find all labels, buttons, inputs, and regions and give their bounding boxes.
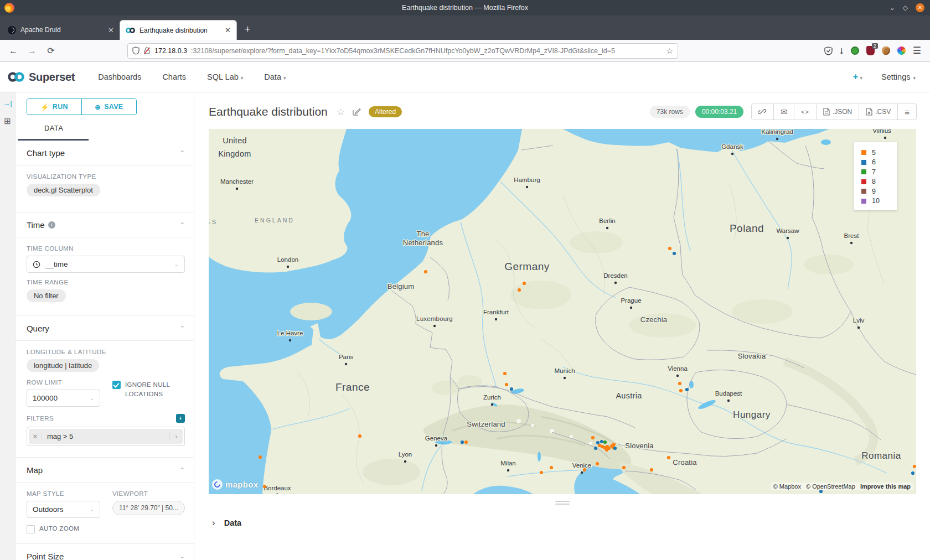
run-button[interactable]: ⚡RUN	[27, 99, 82, 115]
earthquake-point[interactable]	[510, 387, 513, 391]
filter-chip[interactable]: ✕ mag > 5 ›	[29, 429, 183, 444]
legend-item[interactable]: 8	[861, 177, 897, 187]
section-point-size[interactable]: Point Size⌄	[27, 544, 185, 560]
nav-dashboards[interactable]: Dashboards	[98, 72, 141, 81]
earthquake-point[interactable]	[600, 440, 603, 443]
earthquake-point[interactable]	[464, 440, 468, 444]
email-button[interactable]: ✉	[773, 104, 794, 120]
earthquake-point[interactable]	[591, 436, 595, 439]
earthquake-point[interactable]	[685, 388, 689, 391]
time-column-select[interactable]: __time ⌄	[27, 256, 185, 273]
settings-menu[interactable]: Settings▾	[881, 72, 916, 81]
earthquake-point[interactable]	[650, 468, 653, 471]
section-map[interactable]: Map⌃	[27, 458, 185, 482]
attribution-improve-link[interactable]: Improve this map	[860, 483, 911, 490]
legend-item[interactable]: 9	[861, 186, 897, 196]
legend-item[interactable]: 10	[861, 196, 897, 206]
earthquake-point[interactable]	[550, 466, 553, 469]
earthquake-point[interactable]	[605, 448, 608, 452]
new-tab-button[interactable]: +	[245, 24, 251, 35]
pocket-shield-icon[interactable]	[824, 46, 833, 55]
legend-item[interactable]: 7	[861, 167, 897, 177]
earthquake-point[interactable]	[505, 383, 508, 386]
time-range-value[interactable]: No filter	[27, 289, 66, 302]
legend-item[interactable]: 6	[861, 158, 897, 168]
mapbox-logo[interactable]: mapbox	[212, 479, 258, 490]
tab-earthquake-distribution[interactable]: Earthquake distribution ✕	[120, 20, 237, 40]
earthquake-point[interactable]	[667, 456, 670, 459]
earthquake-point[interactable]	[518, 288, 521, 292]
export-json-button[interactable]: .JSON	[816, 104, 859, 120]
reload-button[interactable]: ⟳	[43, 45, 59, 56]
ublock-icon[interactable]: 2	[866, 46, 875, 55]
viewport-value[interactable]: 11° 28' 29.70" | 50...	[112, 501, 185, 515]
downloads-icon[interactable]: ⭣	[840, 46, 844, 56]
earthquake-point[interactable]	[424, 270, 427, 273]
earthquake-point[interactable]	[673, 252, 676, 255]
earthquake-point[interactable]	[596, 462, 599, 465]
superset-logo[interactable]: Superset	[7, 71, 75, 84]
favorite-star-icon[interactable]: ☆	[337, 106, 345, 118]
copy-link-button[interactable]	[752, 104, 773, 120]
earthquake-point[interactable]	[678, 382, 681, 385]
earthquake-point[interactable]	[540, 471, 543, 474]
section-query[interactable]: Query⌃	[27, 316, 185, 340]
viz-type-value[interactable]: deck.gl Scatterplot	[27, 184, 100, 196]
insecure-lock-icon[interactable]	[143, 46, 151, 55]
auto-zoom-checkbox[interactable]	[27, 525, 35, 533]
datasource-grid-icon[interactable]: ⊞	[4, 116, 11, 126]
earthquake-point[interactable]	[603, 440, 607, 444]
section-time[interactable]: Timei ⌃	[27, 212, 185, 237]
forward-button[interactable]: →	[24, 46, 40, 56]
pinwheel-extension-icon[interactable]	[897, 46, 906, 55]
chart-menu-button[interactable]: ≡	[897, 104, 916, 120]
earthquake-point[interactable]	[668, 247, 671, 250]
remove-filter-icon[interactable]: ✕	[29, 433, 42, 440]
add-new-button[interactable]: +▾	[853, 71, 862, 82]
earthquake-point[interactable]	[583, 468, 586, 471]
window-close-icon[interactable]: ✕	[916, 3, 924, 12]
extension-green-icon[interactable]	[851, 46, 859, 55]
edit-properties-icon[interactable]	[352, 107, 361, 116]
tracking-shield-icon[interactable]	[132, 46, 140, 55]
url-bar[interactable]: 172.18.0.3:32108/superset/explore/?form_…	[127, 43, 678, 59]
chevron-right-icon[interactable]: ›	[169, 432, 183, 440]
map-canvas[interactable]: UnitedKingdomENGLANDESManchesterLondonTh…	[209, 129, 916, 494]
attribution-osm[interactable]: © OpenStreetMap	[806, 483, 855, 490]
deckgl-map[interactable]: UnitedKingdomENGLANDESManchesterLondonTh…	[209, 129, 916, 494]
cookie-extension-icon[interactable]	[882, 46, 890, 55]
earthquake-point[interactable]	[594, 447, 597, 450]
window-maximize-icon[interactable]: ◇	[903, 4, 908, 12]
section-chart-type[interactable]: Chart type⌃	[27, 141, 185, 165]
add-filter-button[interactable]: +	[176, 414, 185, 423]
export-csv-button[interactable]: .CSV	[859, 104, 897, 120]
earthquake-point[interactable]	[263, 485, 266, 488]
earthquake-point[interactable]	[622, 466, 626, 469]
attribution-mapbox[interactable]: © Mapbox	[773, 483, 801, 490]
nav-sql-lab[interactable]: SQL Lab▾	[207, 72, 243, 81]
earthquake-point[interactable]	[679, 389, 683, 392]
earthquake-point[interactable]	[613, 447, 617, 450]
earthquake-point[interactable]	[503, 372, 507, 375]
back-button[interactable]: ←	[6, 46, 21, 56]
menu-icon[interactable]: ☰	[913, 45, 921, 56]
ignore-null-checkbox[interactable]	[112, 381, 121, 389]
altered-badge[interactable]: Altered	[369, 106, 402, 117]
tab-close-icon[interactable]: ✕	[225, 26, 231, 34]
tab-close-icon[interactable]: ✕	[108, 26, 114, 34]
window-minimize-icon[interactable]: ⌄	[890, 4, 895, 12]
tab-data[interactable]: DATA	[27, 123, 185, 141]
panel-resizer-handle[interactable]	[194, 494, 930, 511]
legend-item[interactable]: 5	[861, 148, 897, 158]
earthquake-point[interactable]	[523, 282, 526, 285]
earthquake-point[interactable]	[461, 440, 464, 444]
earthquake-point[interactable]	[612, 443, 616, 446]
nav-data[interactable]: Data▾	[264, 72, 286, 81]
earthquake-point[interactable]	[913, 465, 916, 468]
lonlat-value[interactable]: longitude | latitude	[27, 359, 99, 372]
row-limit-select[interactable]: 100000 ⌄	[27, 390, 100, 407]
bookmark-star-icon[interactable]: ☆	[666, 46, 673, 55]
data-panel-toggle[interactable]: › Data	[194, 511, 930, 535]
tab-apache-druid[interactable]: Apache Druid ✕	[2, 20, 120, 40]
embed-code-button[interactable]: <>	[794, 104, 816, 120]
